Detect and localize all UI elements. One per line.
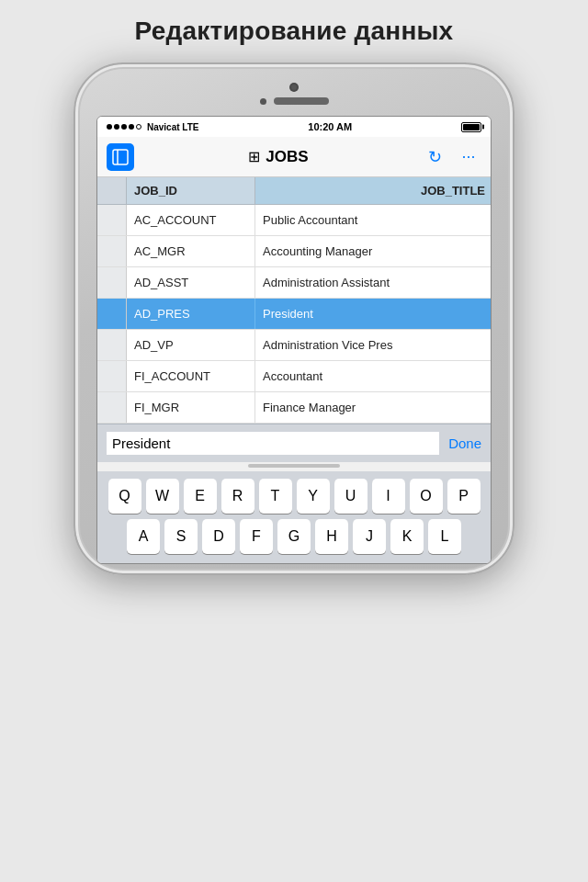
nav-bar: ⊞ JOBS ↻ ··· (97, 137, 491, 177)
table-header: JOB_ID JOB_TITLE (97, 177, 491, 205)
phone-screen: Navicat LTE 10:20 AM ⊞ JO (96, 116, 492, 564)
key-y[interactable]: Y (297, 479, 330, 514)
key-d[interactable]: D (202, 519, 235, 554)
key-e[interactable]: E (184, 479, 217, 514)
table-row[interactable]: AC_ACCOUNT Public Accountant (97, 205, 491, 236)
battery-fill (463, 124, 480, 130)
row-num (97, 361, 127, 391)
status-bar: Navicat LTE 10:20 AM (97, 117, 491, 137)
row-num (97, 330, 127, 360)
jobs-table: JOB_ID JOB_TITLE AC_ACCOUNT Public Accou… (97, 177, 491, 424)
edit-input[interactable] (107, 432, 439, 455)
signal-dot-2 (114, 124, 119, 130)
table-row[interactable]: AC_MGR Accounting Manager (97, 236, 491, 267)
signal-dot-3 (121, 124, 127, 130)
job-title-cell: Finance Manager (255, 392, 491, 423)
camera (289, 83, 299, 92)
job-title-cell: Administration Assistant (255, 267, 491, 298)
nav-left (107, 143, 134, 171)
status-left: Navicat LTE (107, 122, 199, 132)
edit-bar: Done (97, 424, 491, 462)
signal-dot-5 (136, 124, 141, 130)
sidebar-toggle-button[interactable] (107, 143, 134, 171)
phone-top (90, 83, 498, 105)
table-row[interactable]: AD_VP Administration Vice Pres (97, 330, 491, 361)
table-row[interactable]: FI_ACCOUNT Accountant (97, 361, 491, 392)
done-button[interactable]: Done (448, 435, 481, 451)
job-id-cell: AC_ACCOUNT (127, 205, 255, 235)
signal-dots (107, 124, 141, 130)
key-a[interactable]: A (127, 519, 160, 554)
speaker-grille (274, 97, 329, 105)
status-right (461, 122, 481, 132)
refresh-button[interactable]: ↻ (423, 144, 448, 170)
key-k[interactable]: K (390, 519, 424, 554)
table-row[interactable]: AD_ASST Administration Assistant (97, 267, 491, 299)
key-p[interactable]: P (447, 479, 481, 514)
key-i[interactable]: I (372, 479, 405, 514)
header-row-num (97, 177, 127, 204)
key-h[interactable]: H (315, 519, 348, 554)
signal-dot-1 (107, 124, 112, 130)
job-id-cell: FI_ACCOUNT (127, 361, 255, 391)
job-title-cell: Accountant (255, 361, 491, 391)
key-f[interactable]: F (240, 519, 273, 554)
job-id-cell: AD_PRES (127, 299, 255, 329)
sidebar-icon (112, 149, 129, 165)
job-id-cell: AC_MGR (127, 236, 255, 266)
row-num (97, 236, 127, 266)
job-id-cell: FI_MGR (127, 392, 255, 423)
nav-right: ↻ ··· (423, 144, 481, 170)
nav-center: ⊞ JOBS (248, 148, 308, 166)
speaker-area (260, 97, 329, 105)
row-num (97, 392, 127, 423)
row-num (97, 299, 127, 329)
table-row[interactable]: FI_MGR Finance Manager (97, 392, 491, 424)
svg-rect-0 (113, 150, 128, 164)
key-t[interactable]: T (259, 479, 292, 514)
status-time: 10:20 AM (308, 121, 352, 132)
carrier-text: Navicat LTE (147, 122, 199, 132)
signal-dot-4 (129, 124, 134, 130)
key-g[interactable]: G (277, 519, 311, 554)
nav-title: JOBS (266, 148, 308, 166)
job-title-cell: Administration Vice Pres (255, 330, 491, 360)
key-j[interactable]: J (353, 519, 386, 554)
keyboard-row-2: A S D F G H J K L (101, 519, 487, 554)
row-num (97, 205, 127, 235)
page-title: Редактирование данных (135, 17, 454, 46)
job-id-cell: AD_ASST (127, 267, 255, 298)
job-title-cell: Accounting Manager (255, 236, 491, 266)
header-job-id: JOB_ID (127, 177, 255, 204)
key-s[interactable]: S (164, 519, 198, 554)
row-num (97, 267, 127, 298)
battery-icon (461, 122, 481, 132)
header-job-title: JOB_TITLE (255, 177, 491, 204)
sensor-dot (260, 98, 266, 105)
job-title-cell: Public Accountant (255, 205, 491, 235)
table-row-selected[interactable]: AD_PRES President (97, 299, 491, 330)
key-o[interactable]: O (410, 479, 443, 514)
job-title-cell: President (255, 299, 491, 329)
keyboard-row-1: Q W E R T Y U I O P (101, 479, 487, 514)
key-q[interactable]: Q (108, 479, 141, 514)
key-u[interactable]: U (334, 479, 368, 514)
more-button[interactable]: ··· (456, 144, 481, 170)
job-id-cell: AD_VP (127, 330, 255, 360)
keyboard: Q W E R T Y U I O P A S D F G H J K (97, 471, 491, 563)
keyboard-slider (248, 464, 340, 468)
key-r[interactable]: R (221, 479, 254, 514)
key-l[interactable]: L (428, 519, 461, 554)
key-w[interactable]: W (146, 479, 179, 514)
table-icon: ⊞ (248, 148, 260, 165)
phone-shell: Navicat LTE 10:20 AM ⊞ JO (74, 62, 514, 575)
